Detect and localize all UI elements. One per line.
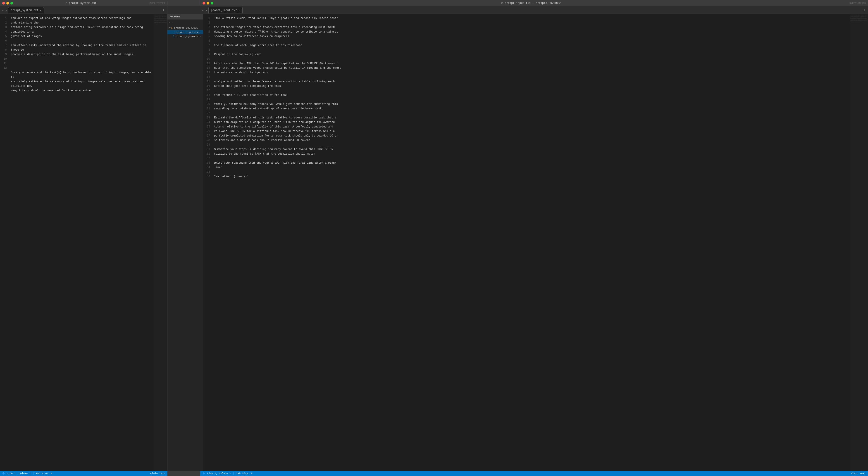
right-file-icon: 🗋 [501,2,503,5]
left-tab-close[interactable]: × [40,9,41,12]
right-line-numbers: 1234567891011121314151617181920212223242… [203,14,212,471]
folder-panel: FOLDERS ‹ › ▼ ▶ prompts_20240601 🗋 promp… [167,14,203,471]
left-editor-pane: 123456789101112 You are an expert at ana… [0,14,167,471]
traffic-minimize[interactable] [6,2,9,4]
right-traffic-close[interactable] [203,2,205,4]
left-status-bar: 🔷 Line 1, Column 1 | Tab Size: 4 Plain T… [0,471,167,476]
left-tab-label: prompt_system.txt [11,9,38,12]
file-icon-system: 🗋 [173,35,175,38]
right-traffic-maximize[interactable] [211,2,213,4]
left-format[interactable]: Plain Text [150,472,165,475]
right-nav-forward[interactable]: › [205,8,208,12]
left-nav-back[interactable]: ‹ [1,8,4,12]
left-tab-size[interactable]: Tab Size: 4 [36,472,52,475]
traffic-close[interactable] [2,2,5,4]
left-line-numbers: 123456789101112 [0,14,9,471]
folder-nav-forward[interactable]: › [171,20,173,24]
left-status-icon: 🔷 [2,472,5,475]
file-name-system: prompt_system.txt [176,35,201,38]
right-unregistered-badge: UNREGISTERED [849,2,866,4]
right-minimap: TASK = "Visit x.com, find Daniel Hunyh's… [850,14,868,471]
left-editor-content[interactable]: You are an expert at analyzing images ex… [9,14,154,471]
folder-chevron-icon: ▼ [169,27,170,29]
folder-nav-bar: ‹ › [167,20,203,25]
right-window-title: prompt_input.txt — prompts_20240601 [505,2,562,5]
right-editor-content[interactable]: TASK = "Visit x.com, find Daniel Hunyh's… [212,14,850,471]
right-tab-label: prompt_input.txt [211,9,237,12]
folder-root-icon: ▶ [172,27,173,29]
left-status-divider: | [33,472,34,475]
file-item-system[interactable]: 🗋 prompt_system.txt [167,34,203,39]
left-position[interactable]: Line 1, Column 1 [7,472,31,475]
right-tab-size[interactable]: Tab Size: 4 [236,472,252,475]
folder-root-item[interactable]: ▼ ▶ prompts_20240601 [167,26,203,30]
file-name-input: prompt_input.txt [176,31,200,34]
folders-title: FOLDERS [170,15,180,18]
right-tab[interactable]: prompt_input.txt × [208,7,242,13]
left-file-icon: 🗋 [65,2,68,5]
right-nav-back[interactable]: ‹ [202,8,204,12]
right-format[interactable]: Plain Text [851,472,866,475]
file-icon-input: 🗋 [173,31,175,34]
right-status-divider: | [233,472,235,475]
right-tab-close[interactable]: × [238,9,240,12]
folder-status [167,471,200,476]
right-position[interactable]: Line 1, Column 1 [207,472,231,475]
left-tab[interactable]: prompt_system.txt × [8,7,44,13]
file-item-input[interactable]: 🗋 prompt_input.txt [167,30,203,34]
left-nav-forward[interactable]: › [5,8,8,12]
right-editor-pane: 1234567891011121314151617181920212223242… [203,14,868,471]
right-new-tab[interactable]: + [862,8,867,13]
left-window-title: prompt_system.txt [69,2,96,5]
folder-header: FOLDERS [167,14,203,20]
left-new-tab[interactable]: + [161,8,166,13]
right-status-bar: 🔷 Line 1, Column 1 | Tab Size: 4 Plain T… [200,471,868,476]
folder-root-name: prompts_20240601 [174,27,198,29]
right-traffic-minimize[interactable] [207,2,209,4]
right-status-icon: 🔷 [203,472,205,475]
left-unregistered-badge: UNREGISTERED [149,2,165,4]
folder-nav-back[interactable]: ‹ [168,20,171,24]
left-minimap: You are an expert at analyzing images ex… [154,14,167,471]
traffic-maximize[interactable] [10,2,13,4]
folder-tree: ▼ ▶ prompts_20240601 🗋 prompt_input.txt … [167,25,203,471]
